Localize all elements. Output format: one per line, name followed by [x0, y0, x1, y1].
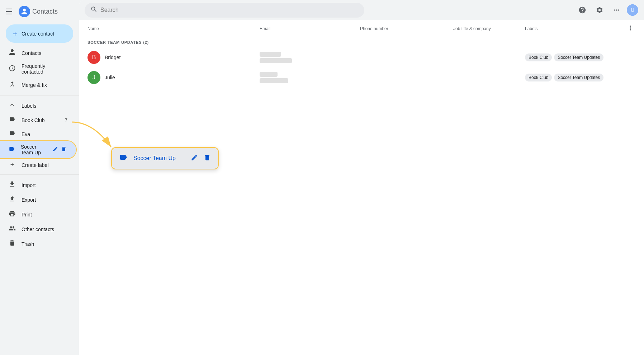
col-email: Email [257, 26, 357, 31]
sidebar-item-other-contacts[interactable]: Other contacts [0, 222, 76, 237]
contact-name-cell-julie: J Julie [85, 71, 257, 84]
create-label-item[interactable]: + Create label [0, 158, 79, 172]
sidebar-item-eva[interactable]: Eva [0, 127, 76, 141]
table-row[interactable]: B Bridget Book Club Soccer Team Updates [79, 47, 644, 67]
table-row[interactable]: J Julie Book Club Soccer Team Updates [79, 67, 644, 88]
logo-area: Contacts [19, 6, 58, 17]
col-phone: Phone number [357, 26, 450, 31]
sidebar-item-book-club[interactable]: Book Club 7 [0, 113, 76, 127]
app-title: Contacts [32, 8, 58, 15]
label-chip-soccer-updates-2: Soccer Team Updates [554, 74, 603, 81]
user-avatar[interactable]: U [627, 4, 638, 16]
label-chip-book-club: Book Club [525, 53, 552, 61]
soccer-team-delete-icon[interactable] [60, 145, 67, 154]
sidebar-item-contacts[interactable]: Contacts [0, 46, 76, 60]
avatar-julie: J [87, 71, 100, 84]
sidebar-item-export[interactable]: Export [0, 192, 76, 207]
other-contacts-icon [9, 225, 16, 234]
sidebar: Contacts ＋ Create contact Contacts Frequ… [0, 0, 79, 355]
label-chip-book-club-2: Book Club [525, 74, 552, 81]
chevron-up-icon [9, 101, 16, 110]
sidebar-item-soccer-team[interactable]: Soccer Team Up [0, 141, 76, 158]
topbar: U [79, 0, 644, 20]
label-chip-soccer-updates: Soccer Team Updates [554, 53, 603, 61]
apps-button[interactable] [610, 3, 624, 17]
soccer-team-label: Soccer Team Up [21, 144, 46, 155]
import-icon [9, 181, 16, 190]
plus-label-icon: + [9, 161, 16, 169]
labels-heading: Labels [22, 103, 36, 109]
contacts-label: Contacts [22, 50, 41, 56]
help-button[interactable] [575, 3, 589, 17]
soccer-team-edit-icon[interactable] [52, 145, 59, 154]
create-contact-label: Create contact [22, 31, 54, 37]
sidebar-item-frequently[interactable]: Frequently contacted [0, 60, 76, 78]
topbar-right: U [575, 3, 638, 17]
create-contact-button[interactable]: ＋ Create contact [6, 24, 73, 43]
main-content: U Name Email Phone number Job title & co… [79, 0, 644, 355]
col-job: Job title & company [450, 26, 522, 31]
other-contacts-label: Other contacts [22, 226, 54, 232]
table-header: Name Email Phone number Job title & comp… [79, 20, 644, 37]
group-label: SOCCER TEAM UPDATES (2) [79, 37, 644, 47]
clock-icon [9, 65, 16, 74]
sidebar-header: Contacts [0, 3, 79, 20]
merge-fix-label: Merge & fix [22, 82, 47, 88]
label-icon-soccer [9, 146, 15, 154]
divider-2 [0, 174, 79, 175]
search-input[interactable] [100, 7, 359, 13]
hamburger-icon[interactable] [6, 7, 14, 16]
sidebar-item-import[interactable]: Import [0, 178, 76, 192]
merge-icon [9, 80, 16, 89]
divider-1 [0, 95, 79, 95]
sidebar-item-trash[interactable]: Trash [0, 237, 76, 251]
labels-section-header[interactable]: Labels [0, 98, 79, 113]
avatar-bridget: B [87, 51, 100, 64]
create-label-label: Create label [22, 162, 49, 168]
frequently-contacted-label: Frequently contacted [22, 63, 67, 75]
col-more [624, 24, 638, 33]
person-icon [9, 48, 16, 57]
trash-label: Trash [22, 241, 34, 247]
trash-icon [9, 239, 16, 248]
export-icon [9, 195, 16, 204]
contact-name-julie: Julie [105, 75, 115, 80]
print-icon [9, 210, 16, 219]
search-icon [90, 6, 98, 15]
search-bar[interactable] [85, 3, 364, 18]
table-area: Name Email Phone number Job title & comp… [79, 20, 644, 355]
contact-name-bridget: Bridget [105, 55, 120, 60]
svg-text:U: U [631, 7, 634, 13]
export-label: Export [22, 197, 36, 203]
email-cell-bridget [257, 52, 357, 63]
labels-cell-julie: Book Club Soccer Team Updates [522, 74, 624, 81]
print-label: Print [22, 212, 32, 218]
labels-cell-bridget: Book Club Soccer Team Updates [522, 53, 624, 61]
import-label: Import [22, 182, 36, 188]
email-cell-julie [257, 72, 357, 83]
col-labels: Labels [522, 26, 624, 31]
sidebar-item-print[interactable]: Print [0, 207, 76, 222]
soccer-team-edit-icons [52, 145, 67, 154]
settings-button[interactable] [592, 3, 607, 17]
col-name: Name [85, 26, 257, 31]
eva-label: Eva [22, 131, 30, 137]
plus-icon: ＋ [11, 29, 19, 38]
book-club-badge: 7 [65, 118, 67, 123]
label-icon-eva [9, 130, 16, 138]
contact-name-cell-bridget: B Bridget [85, 51, 257, 64]
label-icon-book-club [9, 116, 16, 124]
sidebar-item-merge[interactable]: Merge & fix [0, 78, 76, 92]
contacts-logo [19, 6, 30, 17]
book-club-label: Book Club [22, 117, 45, 123]
